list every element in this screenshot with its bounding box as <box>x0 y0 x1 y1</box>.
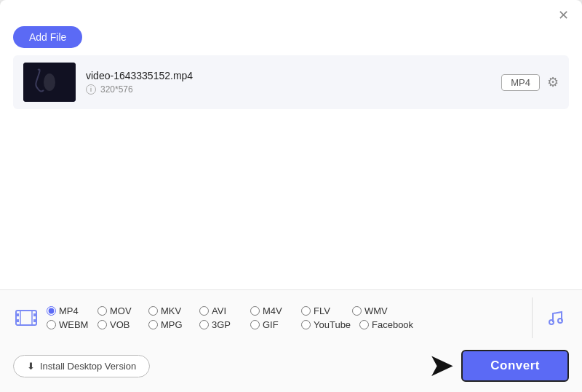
file-list: video-1643335152.mp4 i 320*576 MP4 ⚙ <box>0 55 582 109</box>
file-meta: i 320*576 <box>86 84 491 95</box>
format-option-mkv[interactable]: MKV <box>148 305 199 316</box>
format-radio-gif[interactable] <box>250 320 260 329</box>
video-format-icon <box>13 305 39 331</box>
format-option-webm[interactable]: WEBM <box>47 319 97 330</box>
format-option-mov[interactable]: MOV <box>97 305 148 316</box>
format-radio-flv[interactable] <box>301 306 311 316</box>
format-option-wmv[interactable]: WMV <box>352 305 403 316</box>
format-option-3gp[interactable]: 3GP <box>199 319 250 330</box>
toolbar: Add File <box>0 26 582 55</box>
install-desktop-button[interactable]: ⬇ Install Desktop Version <box>13 355 150 377</box>
action-bar: ⬇ Install Desktop Version ➤ Convert <box>0 343 582 392</box>
vertical-divider <box>532 297 533 338</box>
title-bar: ✕ <box>0 0 582 26</box>
format-option-youtube[interactable]: YouTube <box>301 319 359 330</box>
info-icon: i <box>86 84 96 95</box>
svg-rect-2 <box>16 311 36 325</box>
format-option-mpg[interactable]: MPG <box>148 319 199 330</box>
file-actions: MP4 ⚙ <box>501 74 559 91</box>
format-radio-mp4[interactable] <box>47 306 56 316</box>
format-option-m4v[interactable]: M4V <box>250 305 301 316</box>
file-item: video-1643335152.mp4 i 320*576 MP4 ⚙ <box>13 55 569 109</box>
convert-area: ➤ Convert <box>429 350 569 382</box>
format-option-vob[interactable]: VOB <box>97 319 148 330</box>
audio-format-icon <box>543 308 569 328</box>
file-thumbnail <box>23 63 76 102</box>
format-radio-vob[interactable] <box>97 320 107 329</box>
svg-rect-4 <box>16 319 19 322</box>
format-radio-mpg[interactable] <box>148 320 158 329</box>
svg-rect-5 <box>33 313 36 316</box>
bottom-panel: MP4 MOV MKV AVI M4V FLV <box>0 289 582 392</box>
svg-point-10 <box>558 319 562 323</box>
app-window: ✕ Add File video-1643335152.mp4 i <box>0 0 582 392</box>
film-svg <box>15 306 38 329</box>
thumbnail-image <box>23 63 76 102</box>
add-file-button[interactable]: Add File <box>13 26 82 48</box>
download-icon: ⬇ <box>27 361 35 372</box>
thumbnail-svg <box>23 63 76 102</box>
format-option-facebook[interactable]: Facebook <box>359 319 421 330</box>
format-radio-facebook[interactable] <box>359 320 369 329</box>
format-radio-3gp[interactable] <box>199 320 209 329</box>
format-radio-webm[interactable] <box>47 320 56 329</box>
music-svg <box>546 308 566 328</box>
format-row-2: WEBM VOB MPG 3GP GIF YouT <box>47 319 522 330</box>
file-name: video-1643335152.mp4 <box>86 70 491 81</box>
svg-rect-3 <box>16 313 19 316</box>
format-option-mp4[interactable]: MP4 <box>47 305 97 316</box>
format-option-avi[interactable]: AVI <box>199 305 250 316</box>
format-option-gif[interactable]: GIF <box>250 319 301 330</box>
format-option-flv[interactable]: FLV <box>301 305 352 316</box>
svg-point-9 <box>549 320 554 324</box>
format-radio-mkv[interactable] <box>148 306 158 316</box>
svg-rect-6 <box>33 319 36 322</box>
svg-point-1 <box>44 73 55 91</box>
format-selector: MP4 MOV MKV AVI M4V FLV <box>0 290 582 343</box>
convert-button[interactable]: Convert <box>461 350 569 382</box>
settings-icon[interactable]: ⚙ <box>547 74 559 90</box>
format-radio-m4v[interactable] <box>250 306 260 316</box>
format-row-1: MP4 MOV MKV AVI M4V FLV <box>47 305 522 316</box>
file-resolution: 320*576 <box>100 84 133 95</box>
close-button[interactable]: ✕ <box>555 7 572 23</box>
format-radio-youtube[interactable] <box>301 320 311 329</box>
format-options: MP4 MOV MKV AVI M4V FLV <box>47 305 522 330</box>
format-radio-wmv[interactable] <box>352 306 362 316</box>
format-badge[interactable]: MP4 <box>501 74 540 91</box>
install-label: Install Desktop Version <box>40 361 136 372</box>
format-radio-avi[interactable] <box>199 306 209 316</box>
file-info: video-1643335152.mp4 i 320*576 <box>86 70 491 95</box>
arrow-icon: ➤ <box>429 352 453 380</box>
format-radio-mov[interactable] <box>97 306 107 316</box>
